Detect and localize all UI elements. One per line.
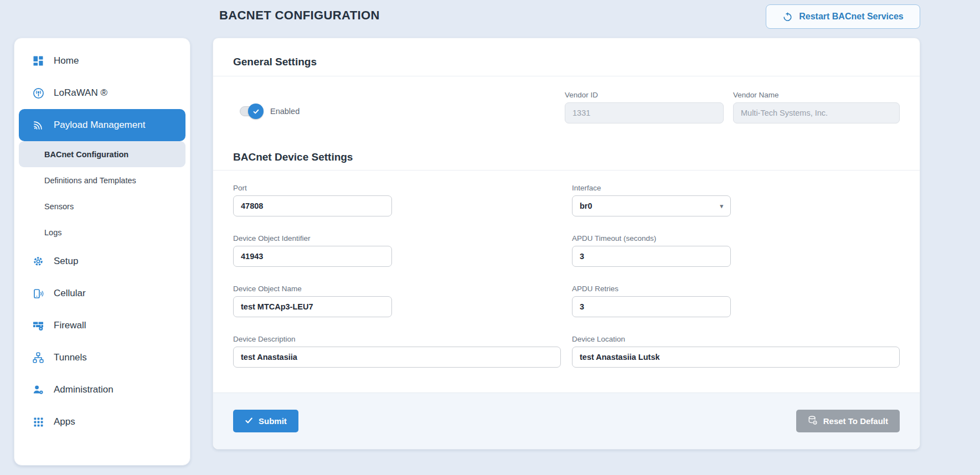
- vendor-name-input: [733, 102, 900, 123]
- general-settings-heading: General Settings: [213, 38, 920, 76]
- apdu-retries-label: APDU Retries: [572, 285, 900, 293]
- vendor-fields: Vendor ID Vendor Name: [565, 91, 900, 123]
- apps-icon: [32, 416, 44, 428]
- tunnels-icon: [32, 352, 44, 364]
- restart-bacnet-services-button[interactable]: Restart BACnet Services: [766, 4, 920, 29]
- device-object-identifier-field-group: Device Object Identifier: [233, 234, 561, 267]
- sidebar-item-label: Apps: [54, 416, 75, 427]
- bacnet-configuration-page: BACNET CONFIGURATION Restart BACnet Serv…: [0, 0, 980, 475]
- device-object-name-input[interactable]: [233, 296, 392, 317]
- enabled-toggle-label: Enabled: [270, 107, 300, 116]
- sidebar-item-setup[interactable]: Setup: [19, 245, 185, 277]
- home-icon: [32, 55, 44, 67]
- reset-button-label: Reset To Default: [823, 416, 888, 426]
- sidebar-subitem-label: Sensors: [44, 202, 74, 211]
- firewall-icon: [32, 319, 44, 332]
- enabled-toggle[interactable]: Enabled: [240, 106, 300, 116]
- interface-field-group: Interface br0 ▾: [572, 184, 900, 216]
- submit-button[interactable]: Submit: [233, 410, 298, 432]
- sidebar-subitem-label: Logs: [44, 228, 61, 237]
- sidebar-item-firewall[interactable]: Firewall: [19, 309, 185, 342]
- sidebar-subitem-label: Definitions and Templates: [44, 176, 136, 185]
- interface-label: Interface: [572, 184, 900, 192]
- apdu-timeout-input[interactable]: [572, 246, 731, 267]
- reset-to-default-button[interactable]: Reset To Default: [796, 410, 900, 432]
- device-description-field-group: Device Description: [233, 335, 561, 368]
- payload-management-icon: [32, 119, 44, 131]
- submit-button-label: Submit: [259, 416, 287, 426]
- sidebar-item-administration[interactable]: Administration: [19, 374, 185, 406]
- apdu-retries-field-group: APDU Retries: [572, 285, 900, 317]
- apdu-timeout-field-group: APDU Timeout (seconds): [572, 234, 900, 267]
- restart-button-label: Restart BACnet Services: [799, 12, 904, 22]
- sidebar-item-label: LoRaWAN ®: [54, 87, 107, 99]
- toggle-track[interactable]: [240, 106, 262, 116]
- bacnet-device-settings-body: Port Interface br0 ▾ Device Object Ident…: [213, 171, 920, 373]
- device-location-input[interactable]: [572, 347, 900, 368]
- apdu-timeout-label: APDU Timeout (seconds): [572, 234, 900, 242]
- device-object-identifier-label: Device Object Identifier: [233, 234, 561, 242]
- sidebar-item-label: Tunnels: [54, 352, 87, 363]
- vendor-id-label: Vendor ID: [565, 91, 724, 99]
- sidebar-item-tunnels[interactable]: Tunnels: [19, 342, 185, 374]
- vendor-name-label: Vendor Name: [733, 91, 900, 99]
- sidebar-item-label: Cellular: [54, 288, 86, 299]
- sidebar-subitem-sensors[interactable]: Sensors: [19, 193, 185, 219]
- vendor-id-input: [565, 102, 724, 123]
- sidebar-item-label: Administration: [54, 384, 114, 395]
- port-input[interactable]: [233, 195, 392, 216]
- vendor-id-field-group: Vendor ID: [565, 91, 724, 123]
- page-title: BACNET CONFIGURATION: [219, 8, 380, 23]
- restart-icon: [782, 12, 793, 22]
- bacnet-device-settings-heading: BACnet Device Settings: [213, 140, 920, 171]
- sidebar-item-apps[interactable]: Apps: [19, 406, 185, 438]
- form-actions-footer: Submit Reset To Default: [213, 393, 920, 449]
- sidebar: Home LoRaWAN ®: [14, 38, 190, 466]
- bacnet-configuration-panel: General Settings Enabled Vendor ID Vendo…: [213, 38, 920, 450]
- sidebar-item-cellular[interactable]: Cellular: [19, 277, 185, 309]
- device-location-field-group: Device Location: [572, 335, 900, 368]
- chevron-down-icon: ▾: [720, 203, 723, 210]
- interface-select[interactable]: br0 ▾: [572, 195, 731, 216]
- sidebar-item-label: Firewall: [54, 320, 86, 331]
- sidebar-subitem-logs[interactable]: Logs: [19, 219, 185, 245]
- cellular-icon: [32, 287, 44, 300]
- sidebar-item-home[interactable]: Home: [19, 45, 185, 77]
- check-icon: [245, 416, 253, 426]
- administration-icon: [32, 384, 44, 396]
- vendor-name-field-group: Vendor Name: [733, 91, 900, 123]
- port-field-group: Port: [233, 184, 561, 216]
- gear-icon: [32, 255, 44, 267]
- general-settings-body: Enabled Vendor ID Vendor Name: [213, 76, 920, 140]
- apdu-retries-input[interactable]: [572, 296, 731, 317]
- sidebar-subitem-bacnet-configuration[interactable]: BACnet Configuration: [19, 141, 185, 167]
- device-object-identifier-input[interactable]: [233, 246, 392, 267]
- port-label: Port: [233, 184, 561, 192]
- toggle-knob-check-icon: [248, 104, 264, 119]
- database-reset-icon: [808, 415, 818, 427]
- sidebar-item-label: Home: [54, 55, 79, 66]
- sidebar-subitem-label: BACnet Configuration: [44, 150, 128, 159]
- device-object-name-field-group: Device Object Name: [233, 285, 561, 317]
- device-location-label: Device Location: [572, 335, 900, 343]
- device-object-name-label: Device Object Name: [233, 285, 561, 293]
- lorawan-icon: [32, 87, 44, 99]
- sidebar-subitem-definitions-and-templates[interactable]: Definitions and Templates: [19, 167, 185, 193]
- sidebar-item-label: Payload Management: [54, 120, 145, 131]
- device-description-input[interactable]: [233, 347, 561, 368]
- sidebar-item-lorawan[interactable]: LoRaWAN ®: [19, 77, 185, 109]
- sidebar-item-payload-management[interactable]: Payload Management: [19, 109, 185, 141]
- sidebar-item-label: Setup: [54, 256, 78, 267]
- interface-selected-value: br0: [580, 202, 592, 210]
- device-description-label: Device Description: [233, 335, 561, 343]
